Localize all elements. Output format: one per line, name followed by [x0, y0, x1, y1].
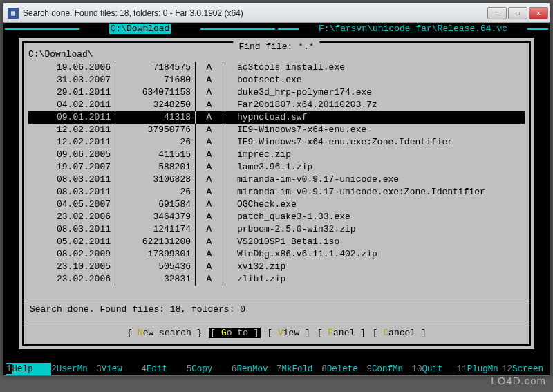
- file-name: OGCheck.exe: [223, 198, 525, 211]
- left-panel-tab[interactable]: C:\Download: [3, 23, 276, 35]
- view-button[interactable]: [ View ]: [267, 328, 310, 338]
- fkey-f9[interactable]: 9ConfMn: [366, 363, 411, 375]
- fkey-f1[interactable]: 1Help: [6, 363, 51, 375]
- fkey-f7[interactable]: 7MkFold: [276, 363, 321, 375]
- find-file-dialog: Find file: *.* C:\Download\ 19.06.200671…: [19, 38, 534, 349]
- file-row[interactable]: 23.10.2005505436Axvi32.zip: [28, 261, 525, 273]
- file-date: 08.03.2011: [28, 174, 115, 186]
- file-row[interactable]: 12.02.201137950776AIE9-Windows7-x64-enu.…: [28, 124, 525, 136]
- file-date: 09.06.2005: [28, 149, 115, 161]
- file-size: 17399301: [115, 248, 196, 261]
- file-attr: A: [196, 174, 223, 186]
- fkey-label: View: [102, 364, 122, 374]
- close-button[interactable]: ✕: [529, 7, 548, 19]
- maximize-button[interactable]: ☐: [508, 7, 527, 19]
- fkey-f11[interactable]: 11PlugMn: [457, 363, 502, 375]
- file-row[interactable]: 08.03.20113106828Amiranda-im-v0.9.17-uni…: [28, 174, 525, 186]
- file-row[interactable]: 19.06.20067184575Aac3tools_install.exe: [28, 62, 525, 74]
- fkey-f4[interactable]: 4Edit: [142, 363, 187, 375]
- fkey-number: 4: [142, 364, 147, 374]
- file-name: IE9-Windows7-x64-enu.exe:Zone.Identifier: [223, 136, 525, 149]
- file-attr: A: [196, 211, 223, 223]
- file-attr: A: [196, 136, 223, 149]
- fkey-f12[interactable]: 12Screen: [502, 363, 547, 375]
- file-name: patch_quake3-1.33.exe: [223, 211, 525, 223]
- file-date: 19.06.2006: [28, 62, 115, 74]
- file-date: 04.05.2007: [28, 198, 115, 211]
- fkey-f3[interactable]: 3View: [96, 363, 141, 375]
- separator: [24, 299, 529, 299]
- file-attr: A: [196, 99, 223, 111]
- file-row[interactable]: 08.02.200917399301AWinDbg.x86.v6.11.1.40…: [28, 248, 525, 261]
- file-date: 23.02.2006: [28, 211, 115, 223]
- fkey-f2[interactable]: 2UserMn: [51, 363, 96, 375]
- file-row[interactable]: 04.02.20113248250AFar20b1807.x64.2011020…: [28, 99, 525, 111]
- file-size: 41318: [115, 111, 196, 124]
- new-search-button[interactable]: { New search }: [126, 328, 202, 338]
- file-date: 31.03.2007: [28, 74, 115, 86]
- file-size: 691584: [115, 198, 196, 211]
- file-attr: A: [196, 111, 223, 124]
- right-panel-path: F:\farsvn\unicode_far\Release.64.vc: [317, 24, 509, 34]
- file-size: 7184575: [115, 62, 196, 74]
- fkey-label: ConfMn: [372, 364, 403, 374]
- file-attr: A: [196, 86, 223, 99]
- file-row[interactable]: 19.07.2007588201Alame3.96.1.zip: [28, 161, 525, 174]
- file-date: 05.02.2011: [28, 236, 115, 248]
- fkey-f6[interactable]: 6RenMov: [232, 363, 276, 375]
- file-date: 19.07.2007: [28, 161, 115, 174]
- file-row[interactable]: 05.02.2011622131200AVS2010SP1_Beta1.iso: [28, 236, 525, 248]
- watermark: LO4D.com: [491, 375, 546, 386]
- minimize-button[interactable]: ─: [487, 7, 507, 19]
- file-row[interactable]: 29.01.2011634071158Aduke3d_hrp-polymer17…: [28, 86, 525, 99]
- fkey-number: 8: [321, 364, 327, 374]
- function-key-bar: 1Help2UserMn3View4Edit5Copy6RenMov7MkFol…: [3, 363, 550, 375]
- cancel-button[interactable]: [ Cancel ]: [373, 328, 427, 338]
- fkey-number: 2: [51, 364, 57, 374]
- file-size: 588201: [115, 161, 196, 174]
- console-area: C:\Download F:\farsvn\unicode_far\Releas…: [3, 23, 550, 375]
- file-date: 09.01.2011: [28, 111, 115, 124]
- fkey-f8[interactable]: 8Delete: [321, 363, 366, 375]
- file-row[interactable]: 08.03.20111241174Aprboom-2.5.0-win32.zip: [28, 223, 525, 236]
- file-date: 08.02.2009: [28, 248, 115, 261]
- file-attr: A: [196, 124, 223, 136]
- file-row[interactable]: 08.03.201126Amiranda-im-v0.9.17-unicode.…: [28, 186, 525, 198]
- file-row[interactable]: 04.05.2007691584AOGCheck.exe: [28, 198, 525, 211]
- file-date: 23.10.2005: [28, 261, 115, 273]
- right-panel-tab[interactable]: F:\farsvn\unicode_far\Release.64.vc: [276, 23, 550, 35]
- file-name: imprec.zip: [223, 149, 525, 161]
- dialog-title: Find file: *.*: [233, 41, 319, 52]
- fkey-label: UserMn: [57, 364, 88, 374]
- fkey-f5[interactable]: 5Copy: [187, 363, 232, 375]
- file-attr: A: [196, 62, 223, 74]
- goto-button[interactable]: [ Go to ]: [209, 328, 260, 338]
- file-name: xvi32.zip: [223, 261, 525, 273]
- file-attr: A: [196, 149, 223, 161]
- fkey-label: Help: [12, 364, 33, 374]
- fkey-number: 12: [502, 364, 512, 374]
- file-row[interactable]: 23.02.20063464379Apatch_quake3-1.33.exe: [28, 211, 525, 223]
- status-text: Search done. Found files: 18, folders: 0: [30, 304, 245, 315]
- file-list[interactable]: 19.06.20067184575Aac3tools_install.exe31…: [28, 62, 525, 295]
- file-row[interactable]: 31.03.200771680Abootsect.exe: [28, 74, 525, 86]
- file-date: 12.02.2011: [28, 124, 115, 136]
- file-size: 411515: [115, 149, 196, 161]
- file-name: duke3d_hrp-polymer174.exe: [223, 86, 525, 99]
- file-row[interactable]: 23.02.200632831Azlib1.zip: [28, 273, 525, 286]
- fkey-number: 10: [412, 364, 422, 374]
- titlebar[interactable]: ▦ Search done. Found files: 18, folders:…: [3, 3, 550, 23]
- file-attr: A: [196, 236, 223, 248]
- fkey-f10[interactable]: 10Quit: [412, 363, 457, 375]
- file-size: 26: [115, 136, 196, 149]
- file-row[interactable]: 09.06.2005411515Aimprec.zip: [28, 149, 525, 161]
- file-attr: A: [196, 273, 223, 286]
- file-size: 26: [115, 186, 196, 198]
- fkey-label: Delete: [327, 364, 358, 374]
- file-name: WinDbg.x86.v6.11.1.402.zip: [223, 248, 525, 261]
- file-size: 3464379: [115, 211, 196, 223]
- fkey-label: RenMov: [236, 364, 268, 374]
- file-row[interactable]: 12.02.201126AIE9-Windows7-x64-enu.exe:Zo…: [28, 136, 525, 149]
- panel-button[interactable]: [ Panel ]: [317, 328, 366, 338]
- file-row[interactable]: 09.01.201141318Ahypnotoad.swf: [28, 111, 525, 124]
